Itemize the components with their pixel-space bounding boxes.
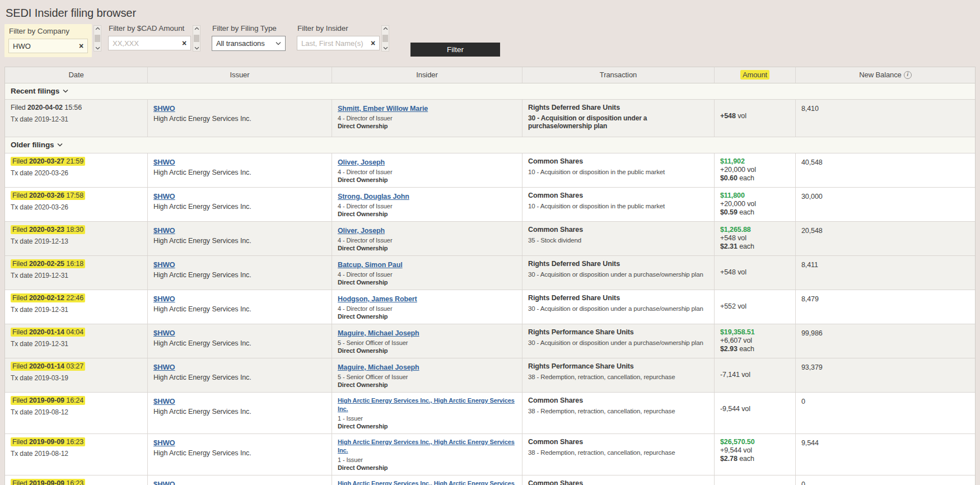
new-balance-value: 93,379 bbox=[801, 363, 823, 371]
spinner-thumb[interactable] bbox=[194, 35, 199, 42]
company-filter-input[interactable] bbox=[13, 42, 77, 50]
insider-name-link[interactable]: High Arctic Energy Services Inc., High A… bbox=[338, 479, 516, 485]
issuer-name: High Arctic Energy Services Inc. bbox=[153, 203, 326, 211]
filing-table-body: Recent filings Filed 2020-04-02 15:56 Tx… bbox=[5, 83, 975, 485]
insider-role: 4 - Director of Issuer bbox=[338, 271, 516, 278]
issuer-cell: $HWO High Arctic Energy Services Inc. bbox=[148, 475, 332, 485]
filing-row: Filed 2019-09-09 16:24 Tx date 2019-08-1… bbox=[5, 393, 975, 434]
insider-name-link[interactable]: Maguire, Michael Joseph bbox=[338, 329, 419, 338]
insider-name-link[interactable]: High Arctic Energy Services Inc., High A… bbox=[338, 438, 516, 455]
ownership-type: Direct Ownership bbox=[338, 347, 516, 355]
filed-date-line: Filed 2020-03-23 18:30 bbox=[11, 226, 142, 234]
amount-header-highlight: Amount bbox=[740, 70, 769, 80]
section-header[interactable]: Older filings bbox=[5, 137, 975, 153]
chevron-up-icon[interactable] bbox=[383, 27, 388, 30]
insider-name-link[interactable]: Shmitt, Ember Willow Marie bbox=[338, 105, 428, 113]
new-balance-cell: 93,379 bbox=[796, 358, 975, 392]
new-balance-value: 8,479 bbox=[801, 295, 819, 303]
filter-group-company: Filter by Company × bbox=[4, 24, 92, 57]
chevron-down-icon[interactable] bbox=[194, 46, 199, 50]
transaction-type: 30 - Acquisition or disposition under a … bbox=[528, 271, 708, 278]
company-clear-icon[interactable]: × bbox=[77, 42, 85, 50]
amount-cell: +548 vol each bbox=[715, 256, 796, 290]
filter-submit-button[interactable]: Filter bbox=[410, 43, 500, 57]
insider-name-link[interactable]: Oliver, Joseph bbox=[338, 158, 385, 167]
insider-filter-input[interactable] bbox=[301, 39, 369, 48]
new-balance-cell: 9,544 bbox=[796, 434, 975, 475]
issuer-ticker-link[interactable]: $HWO bbox=[153, 295, 175, 303]
insider-clear-icon[interactable]: × bbox=[369, 39, 377, 47]
amount-value-line: $26,570.50 bbox=[720, 438, 790, 446]
filed-date-line: Filed 2019-09-09 16:23 bbox=[11, 438, 142, 446]
new-balance-value: 40,548 bbox=[801, 158, 823, 166]
section-header[interactable]: Recent filings bbox=[5, 83, 975, 100]
transaction-type: 35 - Stock dividend bbox=[528, 236, 708, 244]
filing-row: Filed 2020-03-26 17:58 Tx date 2020-03-2… bbox=[5, 188, 975, 222]
filed-date-line: Filed 2019-09-09 16:23 bbox=[11, 479, 142, 485]
table-header-row: Date Issuer Insider Transaction Amount N… bbox=[5, 67, 975, 83]
amount-volume-line: +6,607 vol bbox=[720, 337, 790, 345]
insider-name-link[interactable]: Strong, Douglas John bbox=[338, 193, 409, 201]
issuer-ticker-link[interactable]: $HWO bbox=[153, 104, 175, 113]
security-name: Common Shares bbox=[528, 397, 708, 405]
filing-row: Filed 2019-09-09 16:23 Tx date 2019-08-1… bbox=[5, 434, 975, 475]
issuer-ticker-link[interactable]: $HWO bbox=[153, 397, 175, 405]
amount-value-line bbox=[720, 104, 790, 112]
ownership-type: Direct Ownership bbox=[338, 464, 516, 472]
amount-value-line bbox=[720, 294, 790, 302]
insider-name-link[interactable]: Hodgson, James Robert bbox=[338, 295, 417, 304]
insider-cell: Hodgson, James Robert 4 - Director of Is… bbox=[332, 290, 522, 324]
filing-row: Filed 2019-09-09 16:23 Tx date 2019-08-0… bbox=[5, 475, 975, 485]
issuer-ticker-link[interactable]: $HWO bbox=[153, 192, 175, 200]
info-icon[interactable]: i bbox=[904, 71, 912, 79]
issuer-cell: $HWO High Arctic Energy Services Inc. bbox=[148, 100, 332, 137]
tx-date-line: Tx date 2019-12-31 bbox=[11, 272, 142, 280]
transaction-type: 30 - Acquisition or disposition under a … bbox=[528, 305, 708, 313]
insider-role: 5 - Senior Officer of Issuer bbox=[338, 339, 516, 347]
date-cell: Filed 2020-04-02 15:56 Tx date 2019-12-3… bbox=[5, 100, 148, 137]
filing-row: Filed 2020-04-02 15:56 Tx date 2019-12-3… bbox=[5, 100, 975, 137]
company-spinner[interactable] bbox=[94, 25, 101, 52]
issuer-ticker-link[interactable]: $HWO bbox=[153, 329, 175, 337]
chevron-up-icon[interactable] bbox=[95, 27, 100, 30]
spinner-thumb[interactable] bbox=[382, 35, 388, 42]
issuer-ticker-link[interactable]: $HWO bbox=[153, 439, 175, 447]
cad-amount-filter-input[interactable] bbox=[113, 39, 180, 48]
transaction-cell: Common Shares 10 - Acquisition or dispos… bbox=[522, 153, 715, 187]
new-balance-value: 30,000 bbox=[801, 193, 823, 200]
insider-name-link[interactable]: Oliver, Joseph bbox=[338, 227, 385, 235]
insider-cell: Strong, Douglas John 4 - Director of Iss… bbox=[332, 188, 522, 221]
tx-date-line: Tx date 2019-12-31 bbox=[11, 115, 142, 124]
filing-row: Filed 2020-02-25 16:18 Tx date 2019-12-3… bbox=[5, 256, 975, 290]
ownership-type: Direct Ownership bbox=[338, 381, 516, 389]
transaction-type: 10 - Acquisition or disposition in the p… bbox=[528, 168, 708, 176]
transaction-type: 38 - Redemption, retraction, cancellatio… bbox=[528, 407, 708, 415]
insider-name-link[interactable]: High Arctic Energy Services Inc., High A… bbox=[338, 397, 516, 413]
amount-volume-line: -7,141 vol bbox=[720, 371, 790, 379]
security-name: Rights Deferred Share Units bbox=[528, 104, 708, 112]
issuer-ticker-link[interactable]: $HWO bbox=[153, 260, 175, 269]
spinner-thumb[interactable] bbox=[95, 35, 100, 42]
chevron-down-icon[interactable] bbox=[95, 46, 100, 50]
insider-name-link[interactable]: Batcup, Simon Paul bbox=[338, 261, 403, 269]
filed-date-line: Filed 2020-03-27 21:59 bbox=[11, 157, 142, 166]
ownership-type: Direct Ownership bbox=[338, 211, 516, 218]
insider-input-wrap: × bbox=[297, 36, 380, 50]
amount-volume-line: +20,000 vol bbox=[720, 166, 790, 174]
insider-spinner[interactable] bbox=[381, 25, 389, 52]
filing-type-select[interactable]: All transactions bbox=[212, 36, 286, 51]
insider-name-link[interactable]: Maguire, Michael Joseph bbox=[338, 363, 419, 372]
chevron-up-icon[interactable] bbox=[194, 27, 199, 30]
amount-value-line: $11,902 bbox=[720, 157, 790, 166]
issuer-ticker-link[interactable]: $HWO bbox=[153, 363, 175, 371]
filing-table: Date Issuer Insider Transaction Amount N… bbox=[4, 67, 976, 485]
transaction-type: 30 - Acquisition or disposition under a … bbox=[528, 339, 708, 347]
issuer-ticker-link[interactable]: $HWO bbox=[153, 226, 175, 235]
amount-spinner[interactable] bbox=[193, 25, 200, 52]
amount-clear-icon[interactable]: × bbox=[180, 39, 188, 47]
transaction-cell: Rights Deferred Share Units 30 - Acquisi… bbox=[522, 256, 715, 290]
issuer-ticker-link[interactable]: $HWO bbox=[153, 158, 175, 166]
chevron-down-icon[interactable] bbox=[383, 46, 388, 50]
amount-value-line: $11,800 bbox=[720, 192, 790, 200]
issuer-ticker-link[interactable]: $HWO bbox=[153, 480, 175, 485]
